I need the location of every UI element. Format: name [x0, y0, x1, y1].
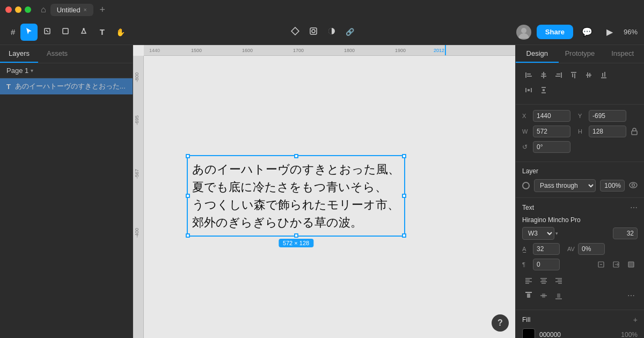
- svg-text:-400: -400: [134, 228, 140, 238]
- distribute-h-button[interactable]: [522, 84, 535, 97]
- font-size-input[interactable]: [613, 227, 638, 239]
- text-more-options-button[interactable]: ⋯: [625, 289, 638, 302]
- hand-tool[interactable]: ✋: [112, 24, 129, 41]
- active-tab[interactable]: Untitled ×: [50, 4, 93, 16]
- handle-bl[interactable]: [186, 233, 190, 238]
- play-button[interactable]: ▶: [601, 24, 618, 41]
- fill-color-value: 000000: [539, 331, 561, 338]
- rotation-input[interactable]: [533, 141, 570, 153]
- help-button[interactable]: ?: [492, 314, 509, 332]
- rotation-icon: ↺: [522, 143, 530, 151]
- close-traffic-light[interactable]: [5, 6, 12, 13]
- text-valign-top-button[interactable]: [522, 289, 535, 302]
- tab-close-icon[interactable]: ×: [84, 7, 87, 13]
- frame-tool[interactable]: #: [6, 24, 19, 41]
- distribute-v-button[interactable]: [537, 84, 550, 97]
- text-more-button[interactable]: ⋯: [630, 203, 638, 212]
- text-align-center-button[interactable]: [537, 274, 550, 287]
- handle-tr[interactable]: [402, 154, 406, 158]
- handle-tl[interactable]: [186, 154, 190, 158]
- line-height-icon: A̲: [522, 246, 530, 253]
- opacity-input[interactable]: [600, 180, 625, 192]
- align-left-button[interactable]: [522, 69, 535, 82]
- comment-icon: 💬: [582, 27, 592, 37]
- align-right-button[interactable]: [552, 69, 565, 82]
- inspect-tab[interactable]: Inspect: [601, 45, 644, 63]
- design-tab[interactable]: Design: [516, 45, 559, 63]
- text-valign-bottom-button[interactable]: [552, 289, 565, 302]
- svg-text:1600: 1600: [242, 48, 253, 53]
- avatar[interactable]: [516, 25, 531, 40]
- add-fill-button[interactable]: +: [633, 315, 638, 324]
- align-section: [516, 63, 644, 105]
- assets-tab[interactable]: Assets: [38, 45, 76, 63]
- font-weight-chevron: ▾: [555, 231, 558, 236]
- align-center-h-button[interactable]: [537, 69, 550, 82]
- text-valign-middle-button[interactable]: [537, 289, 550, 302]
- comment-button[interactable]: 💬: [579, 24, 596, 41]
- svg-text:1500: 1500: [191, 48, 202, 53]
- font-weight-select[interactable]: W3 W4 W6: [522, 227, 554, 240]
- letter-spacing-input[interactable]: [578, 243, 605, 255]
- w-input[interactable]: [533, 126, 570, 137]
- add-tab-button[interactable]: +: [100, 4, 106, 16]
- text-align-left-button[interactable]: [522, 274, 535, 287]
- text-tool[interactable]: T: [93, 24, 111, 41]
- handle-mr[interactable]: [402, 194, 406, 198]
- ruler-v-svg: -800 -695 -567 -400: [133, 56, 144, 338]
- overflow-auto-button[interactable]: [610, 258, 623, 271]
- y-input[interactable]: [589, 110, 626, 122]
- prototype-tab[interactable]: Prototype: [559, 45, 602, 63]
- svg-rect-37: [604, 72, 605, 77]
- blend-mode-select[interactable]: Pass through: [534, 179, 596, 192]
- page-selector[interactable]: Page 1 ▾: [0, 63, 133, 78]
- overflow-none-button[interactable]: [595, 258, 608, 271]
- overflow-options: [595, 258, 638, 271]
- titlebar: ⌂ Untitled × +: [0, 0, 644, 19]
- home-icon[interactable]: ⌂: [41, 5, 46, 14]
- svg-rect-36: [602, 73, 603, 77]
- tool-group-left: # T ✋: [6, 24, 129, 41]
- canvas-area[interactable]: 1440 1500 1600 1700 1800 1900 2012 -800 …: [133, 45, 515, 338]
- canvas-content[interactable]: あのイーハトーヴのすきとおった風、 夏でも底に冷たさをもつ青いそら、 うつくしい…: [144, 56, 515, 338]
- contrast-tool[interactable]: [323, 24, 340, 41]
- fill-color-swatch[interactable]: [522, 328, 535, 338]
- mask-tool[interactable]: [305, 24, 322, 41]
- visibility-button[interactable]: [629, 181, 638, 190]
- link-tool[interactable]: 🔗: [341, 24, 358, 41]
- x-input[interactable]: [533, 110, 570, 122]
- shape-tool[interactable]: [57, 24, 74, 41]
- layers-tab[interactable]: Layers: [0, 45, 38, 63]
- scale-tool[interactable]: [39, 24, 56, 41]
- shape-icon: [62, 27, 69, 36]
- select-tool[interactable]: [20, 24, 38, 41]
- text-align-right-button[interactable]: [552, 274, 565, 287]
- component-tool[interactable]: [287, 24, 304, 41]
- svg-rect-43: [543, 89, 545, 91]
- overflow-fixed-button[interactable]: [625, 258, 638, 271]
- handle-tc[interactable]: [294, 154, 298, 158]
- text-element[interactable]: あのイーハトーヴのすきとおった風、 夏でも底に冷たさをもつ青いそら、 うつくしい…: [187, 155, 405, 237]
- pen-tool[interactable]: [75, 24, 92, 41]
- text-element-wrapper[interactable]: あのイーハトーヴのすきとおった風、 夏でも底に冷たさをもつ青いそら、 うつくしい…: [187, 155, 405, 237]
- fullscreen-traffic-light[interactable]: [25, 6, 31, 13]
- handle-bc[interactable]: [294, 233, 298, 238]
- layer-item-text[interactable]: T あのイーハトーヴのすきとおった...: [0, 78, 133, 94]
- lock-ratio-button[interactable]: [631, 125, 638, 138]
- align-bottom-button[interactable]: [597, 69, 610, 82]
- left-panel: Layers Assets Page 1 ▾ T あのイーハトーヴのすきとおった…: [0, 45, 133, 338]
- paragraph-spacing-input[interactable]: [533, 259, 560, 270]
- minimize-traffic-light[interactable]: [15, 6, 21, 13]
- zoom-label[interactable]: 96%: [624, 28, 638, 36]
- font-name-label[interactable]: Hiragino Mincho Pro: [522, 216, 638, 224]
- svg-rect-44: [632, 131, 637, 135]
- align-middle-v-button[interactable]: [582, 69, 595, 82]
- handle-ml[interactable]: [186, 194, 190, 198]
- h-input[interactable]: [589, 126, 626, 137]
- share-button[interactable]: Share: [537, 25, 573, 39]
- svg-point-46: [632, 184, 635, 187]
- svg-rect-28: [555, 76, 560, 77]
- align-top-button[interactable]: [567, 69, 580, 82]
- line-height-input[interactable]: [533, 243, 560, 255]
- handle-br[interactable]: [402, 233, 406, 238]
